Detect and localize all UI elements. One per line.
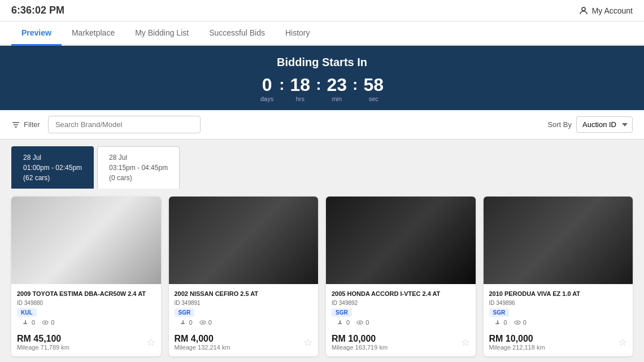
car-info-0: 2009 TOYOTA ESTIMA DBA-ACR50W 2.4 AT ID …: [11, 284, 161, 330]
hammer-icon-3: [495, 319, 502, 326]
car-id-3: ID 349896: [489, 300, 628, 306]
svg-point-7: [45, 322, 46, 324]
nav-marketplace[interactable]: Marketplace: [62, 21, 125, 46]
sort-label: Sort By: [547, 120, 572, 129]
car-footer-2: RM 10,000 Mileage 163,719 km ☆: [326, 330, 476, 356]
car-title-2: 2005 HONDA ACCORD I-VTEC 2.4 AT: [332, 290, 470, 298]
current-time: 6:36:02 PM: [11, 5, 64, 16]
nav-successful-bids[interactable]: Successful Bids: [199, 21, 275, 46]
watcher-num-0: 0: [51, 319, 54, 326]
car-mileage-1: Mileage 132,214 km: [175, 344, 230, 351]
car-image-2: [326, 197, 476, 284]
bid-num-3: 0: [504, 319, 507, 326]
hammer-icon-2: [337, 319, 344, 326]
car-badges-3: SGR: [489, 308, 628, 317]
sep3: :: [353, 76, 358, 94]
car-mileage-0: Mileage 71,789 km: [17, 344, 69, 351]
fav-button-3[interactable]: ☆: [618, 336, 627, 348]
filter-icon: [11, 120, 20, 129]
filter-label: Filter: [24, 120, 40, 129]
countdown-hrs-value: 18: [290, 75, 311, 95]
car-price-mileage-2: RM 10,000 Mileage 163,719 km: [332, 334, 388, 351]
svg-rect-9: [182, 320, 184, 324]
countdown-hrs: 18 hrs: [290, 75, 311, 102]
car-badges-1: SGR: [175, 308, 313, 317]
date-tab-2[interactable]: 28 Jul 03:15pm - 04:45pm (0 cars): [97, 146, 180, 189]
bidding-banner: Bidding Starts In 0 days : 18 hrs : 23 m…: [0, 46, 644, 110]
car-price-2: RM 10,000: [332, 334, 388, 344]
svg-point-15: [359, 322, 361, 324]
car-grid: 2009 TOYOTA ESTIMA DBA-ACR50W 2.4 AT ID …: [0, 189, 644, 362]
countdown-min-value: 23: [327, 75, 347, 95]
bid-count-3: 0: [495, 319, 507, 326]
sort-select[interactable]: Auction ID: [576, 116, 633, 133]
eye-icon-3: [514, 320, 521, 325]
car-title-3: 2010 PERODUA VIVA EZ 1.0 AT: [489, 290, 628, 298]
car-price-1: RM 4,000: [175, 334, 230, 344]
account-menu[interactable]: My Account: [578, 6, 633, 16]
user-icon: [578, 6, 589, 16]
bid-count-2: 0: [337, 319, 350, 326]
bid-num-2: 0: [346, 319, 350, 326]
eye-icon-2: [356, 320, 363, 325]
svg-point-0: [582, 7, 585, 11]
svg-point-19: [516, 322, 518, 324]
stat-row-3: 0 0: [489, 317, 628, 326]
badge-sgr-3: SGR: [489, 308, 510, 317]
watcher-num-3: 0: [523, 319, 526, 326]
car-card-0: 2009 TOYOTA ESTIMA DBA-ACR50W 2.4 AT ID …: [11, 197, 161, 356]
nav-preview[interactable]: Preview: [11, 21, 62, 46]
countdown-days-value: 0: [262, 75, 272, 95]
filter-button[interactable]: Filter: [11, 120, 40, 129]
car-price-mileage-0: RM 45,100 Mileage 71,789 km: [17, 334, 69, 351]
hammer-icon-1: [180, 319, 187, 326]
car-info-2: 2005 HONDA ACCORD I-VTEC 2.4 AT ID 34989…: [326, 284, 476, 330]
countdown-min-label: min: [332, 95, 342, 102]
countdown-hrs-label: hrs: [296, 95, 304, 102]
eye-icon-0: [42, 320, 49, 325]
car-id-0: ID 349880: [17, 300, 155, 306]
toolbar: Filter Sort By Auction ID: [0, 110, 644, 139]
badge-sgr-2: SGR: [332, 308, 352, 317]
search-input[interactable]: [48, 116, 201, 133]
main-nav: Preview Marketplace My Bidding List Succ…: [0, 21, 644, 46]
watcher-num-1: 0: [208, 319, 212, 326]
car-badges-2: SGR: [332, 308, 470, 317]
app-header: 6:36:02 PM My Account: [0, 0, 644, 21]
bid-num-1: 0: [189, 319, 193, 326]
watcher-count-3: 0: [514, 319, 526, 326]
countdown-sec: 58 sec: [363, 75, 384, 102]
car-image-1: [169, 197, 319, 284]
nav-history[interactable]: History: [275, 21, 320, 46]
fav-button-1[interactable]: ☆: [303, 336, 312, 348]
car-footer-0: RM 45,100 Mileage 71,789 km ☆: [11, 330, 161, 356]
car-title-1: 2002 NISSAN CEFIRO 2.5 AT: [175, 290, 313, 298]
car-image-3: [484, 197, 633, 284]
eye-icon-1: [199, 320, 206, 325]
watcher-count-0: 0: [42, 319, 54, 326]
badge-kul-0: KUL: [17, 308, 37, 317]
car-image-0: [11, 197, 161, 284]
car-card-1: 2002 NISSAN CEFIRO 2.5 AT ID 349891 SGR …: [169, 197, 319, 356]
fav-button-0[interactable]: ☆: [146, 336, 155, 348]
watcher-num-2: 0: [365, 319, 369, 326]
car-info-3: 2010 PERODUA VIVA EZ 1.0 AT ID 349896 SG…: [484, 284, 633, 330]
watcher-count-1: 0: [199, 319, 212, 326]
date-tab-1[interactable]: 28 Jul 01:00pm - 02:45pm (62 cars): [11, 146, 94, 189]
svg-point-11: [202, 322, 203, 324]
countdown-days-label: days: [260, 95, 273, 102]
sep2: :: [316, 76, 321, 94]
hammer-icon-0: [23, 319, 29, 326]
stat-row-2: 0 0: [332, 317, 470, 326]
car-card-2: 2005 HONDA ACCORD I-VTEC 2.4 AT ID 34989…: [326, 197, 476, 356]
badge-sgr-1: SGR: [175, 308, 195, 317]
bid-count-0: 0: [23, 319, 35, 326]
car-mileage-2: Mileage 163,719 km: [332, 344, 388, 351]
watcher-count-2: 0: [356, 319, 369, 326]
car-id-2: ID 349892: [332, 300, 470, 306]
countdown-sec-label: sec: [369, 95, 378, 102]
car-footer-1: RM 4,000 Mileage 132,214 km ☆: [169, 330, 319, 356]
nav-my-bidding-list[interactable]: My Bidding List: [125, 21, 199, 46]
fav-button-2[interactable]: ☆: [461, 336, 470, 348]
sep1: :: [279, 76, 284, 94]
